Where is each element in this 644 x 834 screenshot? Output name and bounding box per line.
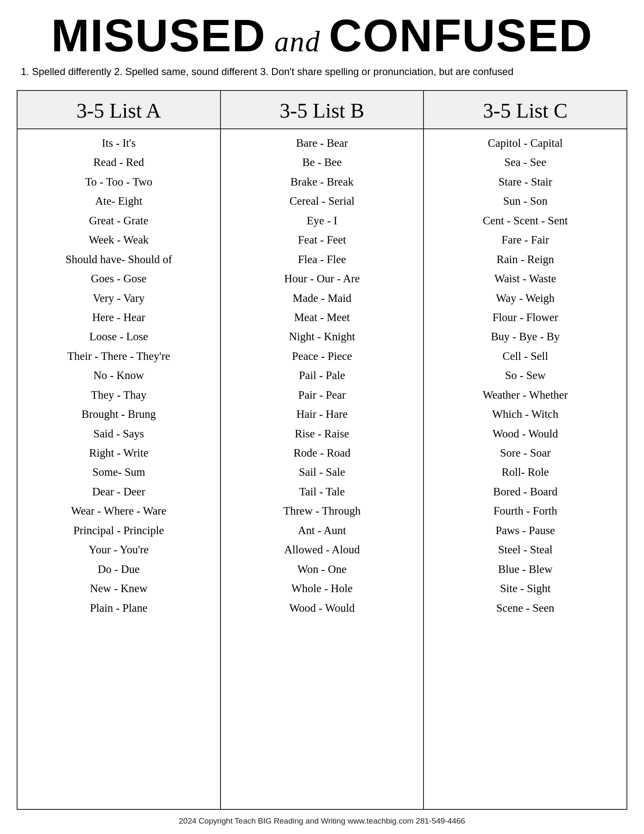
list-item: Pail - Pale xyxy=(299,366,345,385)
list-item: Rode - Road xyxy=(293,443,350,462)
col-header-1: 3-5 List B xyxy=(221,90,424,129)
list-item: Pair - Pear xyxy=(298,385,346,404)
list-item: Very - Vary xyxy=(93,289,145,308)
list-item: Capitol - Capital xyxy=(488,133,563,153)
list-item: Said - Says xyxy=(93,424,144,443)
list-item: So - Sew xyxy=(505,366,546,385)
main-table: 3-5 List A3-5 List B3-5 List C Its - It'… xyxy=(17,90,627,810)
list-item: Here - Hear xyxy=(92,308,145,327)
title-misused: MISUSED xyxy=(51,13,266,58)
list-item: Bored - Board xyxy=(493,482,557,501)
list-item: Hair - Hare xyxy=(296,404,348,424)
list-item: Sun - Son xyxy=(503,191,548,211)
list-item: Cereal - Serial xyxy=(290,191,355,211)
list-item: Rise - Raise xyxy=(295,424,349,443)
list-item: Night - Knight xyxy=(289,327,355,346)
list-item: Week - Weak xyxy=(89,230,149,249)
list-item: Rain - Reign xyxy=(496,250,554,269)
col-body-1: Bare - BearBe - BeeBrake - BreakCereal -… xyxy=(221,129,424,809)
list-item: Do - Due xyxy=(98,560,140,579)
list-item: They - Thay xyxy=(91,385,146,404)
list-item: Some- Sum xyxy=(92,462,145,482)
list-item: Blue - Blew xyxy=(498,560,552,579)
list-item: Whole - Hole xyxy=(291,579,353,598)
list-item: Roll- Role xyxy=(502,462,549,482)
list-item: Scene - Seen xyxy=(496,598,554,618)
list-item: Bare - Bear xyxy=(296,133,348,153)
list-item: Threw - Through xyxy=(283,501,361,520)
list-item: Hour - Our - Are xyxy=(284,269,360,288)
list-item: Which - Witch xyxy=(492,404,559,424)
list-item: Read - Red xyxy=(93,153,144,172)
list-item: Should have- Should of xyxy=(65,250,172,269)
list-item: Your - You're xyxy=(89,540,149,559)
list-item: Fare - Fair xyxy=(501,230,549,249)
list-item: Peace - Piece xyxy=(292,347,352,366)
subtitle: 1. Spelled differently 2. Spelled same, … xyxy=(17,66,627,78)
list-item: New - Knew xyxy=(90,579,148,598)
list-item: Be - Bee xyxy=(302,153,341,172)
list-item: To - Too - Two xyxy=(85,172,152,191)
list-item: Cent - Scent - Sent xyxy=(483,211,568,230)
list-item: Its - It's xyxy=(102,133,135,153)
list-item: Great - Grate xyxy=(89,211,148,230)
list-item: Won - One xyxy=(298,560,347,579)
list-item: Dear - Deer xyxy=(92,482,145,501)
list-item: Eye - I xyxy=(307,211,337,230)
list-item: Tail - Tale xyxy=(299,482,345,501)
list-item: Sea - See xyxy=(504,153,546,172)
list-item: Sail - Sale xyxy=(299,462,345,482)
col-body-0: Its - It'sRead - RedTo - Too - TwoAte- E… xyxy=(17,129,221,809)
list-item: Principal - Principle xyxy=(73,521,164,540)
list-item: Goes - Gose xyxy=(91,269,146,288)
list-item: Sore - Soar xyxy=(500,443,550,462)
list-item: Paws - Pause xyxy=(496,521,555,540)
title-confused: CONFUSED xyxy=(329,13,593,58)
list-item: Wood - Would xyxy=(493,424,558,443)
list-item: Made - Maid xyxy=(293,289,351,308)
list-item: Brought - Brung xyxy=(82,404,156,424)
list-item: Allowed - Aloud xyxy=(284,540,360,559)
list-item: Weather - Whether xyxy=(483,385,568,404)
list-item: Stare - Stair xyxy=(499,172,552,191)
list-item: Cell - Sell xyxy=(502,347,548,366)
list-item: Fourth - Forth xyxy=(494,501,557,520)
col-header-0: 3-5 List A xyxy=(17,90,221,129)
list-item: Ant - Aunt xyxy=(298,521,346,540)
list-item: Buy - Bye - By xyxy=(491,327,560,346)
list-item: Feat - Feet xyxy=(298,230,346,249)
col-body-2: Capitol - CapitalSea - SeeStare - StairS… xyxy=(423,129,627,809)
list-item: No - Know xyxy=(93,366,144,385)
list-item: Waist - Waste xyxy=(494,269,556,288)
list-item: Flour - Flower xyxy=(492,308,558,327)
list-item: Way - Weigh xyxy=(496,289,555,308)
list-item: Ate- Eight xyxy=(95,191,142,211)
list-item: Steel - Steal xyxy=(498,540,552,559)
list-item: Meat - Meet xyxy=(294,308,350,327)
list-item: Site - Sight xyxy=(500,579,551,598)
list-item: Brake - Break xyxy=(291,172,353,191)
list-item: Their - There - They're xyxy=(67,347,170,366)
col-header-2: 3-5 List C xyxy=(423,90,627,129)
list-item: Flea - Flee xyxy=(298,250,346,269)
list-item: Loose - Lose xyxy=(89,327,148,346)
page-title: MISUSED and CONFUSED xyxy=(51,13,593,58)
list-item: Plain - Plane xyxy=(90,598,148,618)
list-item: Right - Write xyxy=(89,443,148,462)
list-item: Wear - Where - Ware xyxy=(71,501,167,520)
title-and: and xyxy=(274,27,321,56)
list-item: Wood - Would xyxy=(289,598,355,618)
footer: 2024 Copyright Teach BIG Reading and Wri… xyxy=(179,816,465,826)
